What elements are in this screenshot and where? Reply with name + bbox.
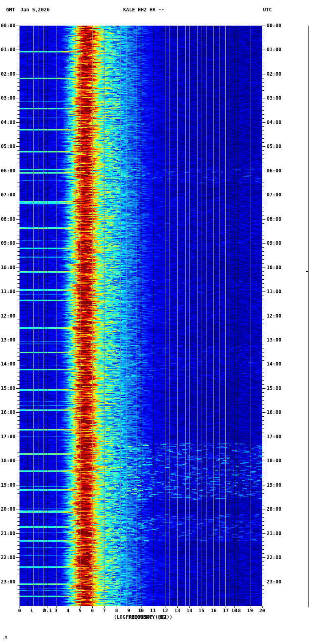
hour-label-left: 23:00 (0, 579, 15, 584)
freq-tick-label: 3 (54, 608, 57, 613)
freq-tick-label: 9 (127, 608, 130, 613)
hour-label-right: 16:00 (267, 410, 281, 415)
hour-label-left: 06:00 (0, 168, 15, 173)
hour-label-right: 18:00 (267, 458, 281, 463)
hour-label-left: 22:00 (0, 555, 15, 560)
hour-label-right: 17:00 (267, 434, 281, 439)
linear-frequency-axis-label: FREQUENCY (HZ) (126, 615, 167, 620)
freq-tick-label: 20 (259, 608, 265, 613)
hour-label-right: 03:00 (267, 96, 281, 100)
hour-label-right: 20:00 (267, 507, 281, 511)
log-freq-tick-label: 0.1 (43, 608, 52, 613)
freq-tick-label: 19 (247, 608, 253, 613)
freq-tick-label: 4 (67, 608, 70, 613)
freq-tick-label: 14 (187, 608, 192, 613)
freq-tick-label: 12 (162, 608, 168, 613)
hour-label-left: 17:00 (0, 434, 15, 439)
hour-label-right: 02:00 (267, 72, 281, 76)
hour-label-right: 04:00 (267, 120, 281, 125)
freq-tick-label: 11 (150, 608, 156, 613)
date-label: Jan 5,2026 (20, 7, 50, 13)
freq-tick-label: 6 (91, 608, 93, 613)
hour-label-left: 20:00 (0, 507, 15, 511)
hour-label-right: 21:00 (267, 531, 281, 536)
hour-label-right: 08:00 (267, 217, 281, 222)
hour-label-right: 23:00 (267, 579, 281, 584)
hour-label-right: 12:00 (267, 313, 281, 318)
timezone-right-label: UTC (263, 7, 272, 13)
hour-label-right: 10:00 (267, 265, 281, 270)
hour-label-left: 08:00 (0, 217, 15, 222)
hour-label-right: 14:00 (267, 361, 281, 366)
hour-label-left: 02:00 (0, 72, 15, 76)
hour-label-left: 09:00 (0, 241, 15, 246)
freq-tick-label: 5 (79, 608, 82, 613)
freq-tick-label: 15 (199, 608, 204, 613)
freq-tick-label: 7 (103, 608, 106, 613)
hour-label-right: 11:00 (267, 289, 281, 294)
log-freq-tick-label: 1 (139, 608, 142, 613)
freq-tick-label: 0 (18, 608, 21, 613)
hour-label-left: 10:00 (0, 265, 15, 270)
hour-label-right: 05:00 (267, 144, 281, 149)
hour-label-left: 04:00 (0, 120, 15, 125)
hour-label-right: 01:00 (267, 47, 281, 52)
log-freq-tick-label: 10 (231, 608, 237, 613)
hour-label-left: 16:00 (0, 410, 15, 415)
hour-label-left: 01:00 (0, 47, 15, 52)
hour-label-left: 11:00 (0, 289, 15, 294)
corner-glyph: .M (3, 636, 7, 640)
hour-label-left: 18:00 (0, 458, 15, 463)
freq-tick-label: 16 (211, 608, 216, 613)
station-title: KALE HHZ HA -- (123, 7, 164, 13)
hour-label-left: 05:00 (0, 144, 15, 149)
freq-tick-label: 17 (223, 608, 228, 613)
hour-label-right: 15:00 (267, 386, 281, 391)
freq-tick-label: 1 (30, 608, 33, 613)
spectrogram-page: GMT Jan 5,2026 KALE HHZ HA -- UTC 00:000… (0, 0, 326, 644)
hour-label-left: 14:00 (0, 361, 15, 366)
hour-label-right: 19:00 (267, 483, 281, 487)
hour-label-left: 15:00 (0, 386, 15, 391)
timezone-left-label: GMT (6, 7, 15, 13)
hour-label-right: 09:00 (267, 241, 281, 246)
hour-label-left: 21:00 (0, 531, 15, 536)
hour-label-right: 06:00 (267, 168, 281, 173)
hour-label-left: 07:00 (0, 192, 15, 197)
hour-label-right: 22:00 (267, 555, 281, 560)
hour-label-left: 03:00 (0, 96, 15, 100)
hour-label-left: 19:00 (0, 483, 15, 487)
hour-label-left: 12:00 (0, 313, 15, 318)
hour-label-right: 13:00 (267, 337, 281, 342)
hour-label-left: 00:00 (0, 23, 15, 28)
freq-tick-label: 13 (174, 608, 180, 613)
hour-label-right: 00:00 (267, 23, 281, 28)
hour-label-left: 13:00 (0, 337, 15, 342)
freq-tick-label: 8 (115, 608, 118, 613)
hour-label-right: 07:00 (267, 192, 281, 197)
